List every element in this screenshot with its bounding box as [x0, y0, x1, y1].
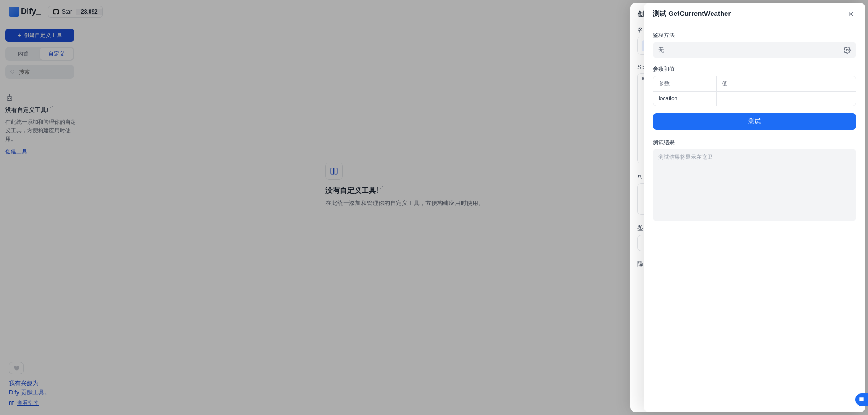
chat-icon [859, 396, 865, 403]
gear-icon [844, 47, 851, 54]
params-label: 参数和值 [653, 65, 856, 73]
results-area: 测试结果将显示在这里 [653, 149, 856, 221]
auth-method-selector[interactable]: 无 [653, 42, 856, 58]
text-cursor [722, 96, 722, 102]
panel-title: 测试 GetCurrentWeather [653, 9, 731, 18]
test-button[interactable]: 测试 [653, 113, 856, 130]
svg-point-15 [846, 49, 848, 51]
th-value: 值 [717, 76, 856, 91]
param-name-cell: location [653, 92, 717, 106]
results-label: 测试结果 [653, 139, 856, 146]
close-icon [847, 10, 854, 18]
test-tool-panel: 测试 GetCurrentWeather 鉴权方法 无 参数和值 参数 值 l [644, 3, 865, 412]
param-value-input[interactable] [717, 92, 856, 106]
results-placeholder: 测试结果将显示在这里 [658, 154, 712, 160]
close-button[interactable] [845, 9, 856, 19]
auth-settings-button[interactable] [844, 47, 851, 54]
auth-method-label: 鉴权方法 [653, 32, 856, 39]
help-fab[interactable] [855, 393, 868, 406]
th-param: 参数 [653, 76, 717, 91]
param-row-location: location [653, 92, 856, 106]
panel-body: 鉴权方法 无 参数和值 参数 值 location [644, 25, 865, 412]
panel-header: 测试 GetCurrentWeather [644, 3, 865, 25]
auth-method-value: 无 [658, 46, 664, 54]
params-table: 参数 值 location [653, 76, 856, 106]
